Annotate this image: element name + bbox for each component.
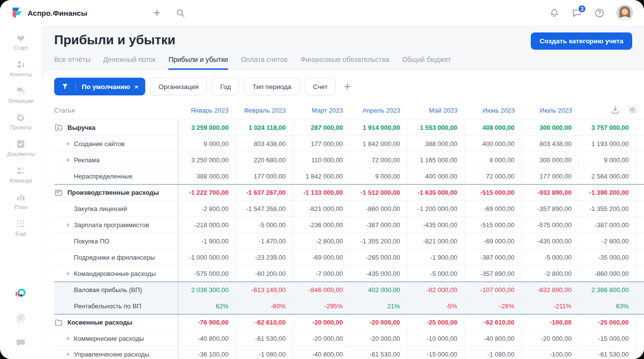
cell-value: -76 900,00 <box>178 315 235 330</box>
sidebar-item-operations[interactable]: Операции <box>8 86 33 104</box>
cell-value: -218 000,00 <box>178 217 235 233</box>
folder-plus-icon[interactable] <box>54 123 63 132</box>
bell-icon[interactable] <box>549 7 560 18</box>
download-icon[interactable] <box>611 105 620 115</box>
cell-value: -7 000,00 <box>292 266 350 281</box>
sidebar-item-clients[interactable]: Клиенты <box>10 59 32 77</box>
expand-plus-icon[interactable]: + <box>66 334 74 342</box>
app-logo-icon[interactable] <box>15 288 27 300</box>
sidebar-item-start[interactable]: Старт <box>14 32 29 51</box>
table-row[interactable]: Рентабельность по ВП62%-60%-295%21%-5%-2… <box>54 298 644 314</box>
messages-badge: 3 <box>578 4 586 13</box>
column-header-month[interactable]: Март 2023 <box>293 107 350 114</box>
gear-icon[interactable] <box>15 313 27 325</box>
sidebar-item-documents[interactable]: Документы <box>7 139 35 157</box>
table-row[interactable]: Косвенные расходы-76 900,00-62 610,00-20… <box>54 314 644 330</box>
filter-chip[interactable]: Организация <box>150 78 207 95</box>
cell-value: -62 610,00 <box>235 315 292 330</box>
add-icon[interactable]: + <box>151 7 162 18</box>
table-row[interactable]: Подрядчики и фрилансеры-1 000 000,00-23 … <box>54 249 644 265</box>
expand-plus-icon[interactable]: + <box>66 269 74 277</box>
tab-прибыли-и-убытки[interactable]: Прибыли и убытки <box>168 56 228 70</box>
folder-icon[interactable] <box>54 318 63 327</box>
cell-value: -5% <box>407 298 464 314</box>
table-row[interactable]: +Зарплата программистов-218 000,00-5 000… <box>54 216 644 233</box>
cell-value: -357 890,00 <box>521 201 579 216</box>
cell-value: -69 000,00 <box>464 233 521 249</box>
column-header-month[interactable]: Июнь 2023 <box>464 107 521 114</box>
table-row[interactable]: Покупка ПО-1 900,00-1 470,00-2 800,00-1 … <box>54 233 644 249</box>
row-label: Закупка лицензий <box>54 201 178 216</box>
expand-plus-icon[interactable]: + <box>66 156 74 164</box>
cell-value: 63% <box>579 298 636 314</box>
table-header: Статья Январь 2023Февраль 2023Март 2023А… <box>54 101 644 119</box>
create-category-button[interactable]: Создать категорию учета <box>531 32 632 50</box>
cell-value: -1 355 200,00 <box>579 201 636 216</box>
chart-icon <box>15 192 26 203</box>
table-row[interactable]: Выручка3 259 000,001 024 118,00287 000,0… <box>54 119 644 135</box>
cell-value: -107 000,00 <box>464 282 521 298</box>
cell-value: -1 637 267,00 <box>235 185 292 200</box>
close-icon[interactable]: × <box>134 83 138 90</box>
cell-value: 1 553 000,00 <box>407 120 464 135</box>
filter-chip-default[interactable]: По умолчанию × <box>54 78 145 95</box>
column-header-month[interactable]: Февраль 2023 <box>235 107 292 114</box>
settings-icon[interactable] <box>628 105 637 115</box>
report-tabs: Все отчётыДенежный потокПрибыли и убытки… <box>54 56 632 70</box>
table-row[interactable]: +Реклама3 250 000,00220 680,00110 000,00… <box>54 151 644 168</box>
sidebar-item-plan[interactable]: План <box>14 192 28 210</box>
row-label: Покупка ПО <box>54 233 178 249</box>
column-header-month[interactable]: Май 2023 <box>407 107 464 114</box>
report-card: По умолчанию × ОрганизацияГодТип периода… <box>42 71 644 359</box>
expand-plus-icon[interactable]: + <box>66 140 74 148</box>
tab-общий-бюджет[interactable]: Общий бюджет <box>402 56 451 70</box>
cell-value: 110 000,00 <box>292 152 350 168</box>
filter-chip[interactable]: Счет <box>305 78 336 95</box>
table-row[interactable]: +Коммерческие расходы-40 800,00-61 530,0… <box>54 330 644 346</box>
tab-все-отчёты[interactable]: Все отчёты <box>54 56 90 70</box>
cell-value: -236 000,00 <box>292 217 350 233</box>
sidebar-item-team[interactable]: Команда <box>10 165 32 183</box>
filter-chip[interactable]: Тип периода <box>244 78 300 95</box>
tab-финансовые-обязательства[interactable]: Финансовые обязательства <box>300 56 389 70</box>
column-header-month[interactable]: Апрель 2023 <box>350 107 407 114</box>
folder-lines-icon[interactable] <box>54 188 63 197</box>
expand-plus-icon[interactable]: + <box>66 221 74 229</box>
sidebar-item-projects[interactable]: Проекты <box>10 112 32 130</box>
cell-value: -20 000,00 <box>292 330 350 346</box>
table-row[interactable]: +Командировочные расходы-575 000,00-60 2… <box>54 265 644 281</box>
table-row[interactable]: +Управленческие расходы-36 100,00-1 080,… <box>54 346 644 359</box>
cell-value: -61 530,00 <box>235 330 292 346</box>
messages-icon[interactable]: 3 <box>572 8 582 18</box>
table-row[interactable]: Производственные расходы-1 222 700,00-1 … <box>54 184 644 200</box>
filter-chip[interactable]: Год <box>212 78 239 95</box>
tab-денежный-поток[interactable]: Денежный поток <box>103 56 156 70</box>
cell-value: -1 200 000,00 <box>407 201 464 216</box>
filter-chip-label: По умолчанию <box>82 83 130 90</box>
cell-value: -60% <box>235 298 292 314</box>
cell-value: 803 438,00 <box>521 136 579 151</box>
table-row[interactable]: Валовая прибыль (ВП)2 036 300,00-613 149… <box>54 281 644 298</box>
tab-оплата-счетов[interactable]: Оплата счетов <box>241 56 288 70</box>
chat-bubble-icon[interactable] <box>15 337 27 349</box>
add-filter-icon[interactable]: + <box>344 81 351 92</box>
table-row[interactable]: Закупка лицензий-2 800,00-1 547 358,00-8… <box>54 200 644 216</box>
cell-value: 400 000,00 <box>464 136 521 151</box>
sidebar-item-more[interactable]: Ещё <box>15 218 27 237</box>
help-icon[interactable] <box>594 7 605 18</box>
cell-value: -821 000,00 <box>292 201 350 216</box>
cell-value: -60 200,00 <box>235 266 292 281</box>
column-header-month[interactable]: Июль 2023 <box>522 107 579 114</box>
cell-value: 1 165 000,00 <box>407 152 464 168</box>
column-header-article: Статья <box>54 107 178 114</box>
search-icon[interactable] <box>175 7 186 18</box>
table-row[interactable]: Нераспределенные388 000,00177 000,001 84… <box>54 168 644 184</box>
cell-value: -860 000,00 <box>350 201 407 216</box>
cell-value: -82 000,00 <box>407 282 464 298</box>
user-avatar[interactable] <box>616 4 633 21</box>
table-row[interactable]: +Создание сайтов9 000,00803 438,00177 00… <box>54 135 644 151</box>
expand-plus-icon[interactable]: + <box>66 350 74 358</box>
cell-value: 62% <box>178 298 235 314</box>
cell-value: -932 890,00 <box>521 185 579 200</box>
column-header-month[interactable]: Январь 2023 <box>178 107 235 114</box>
